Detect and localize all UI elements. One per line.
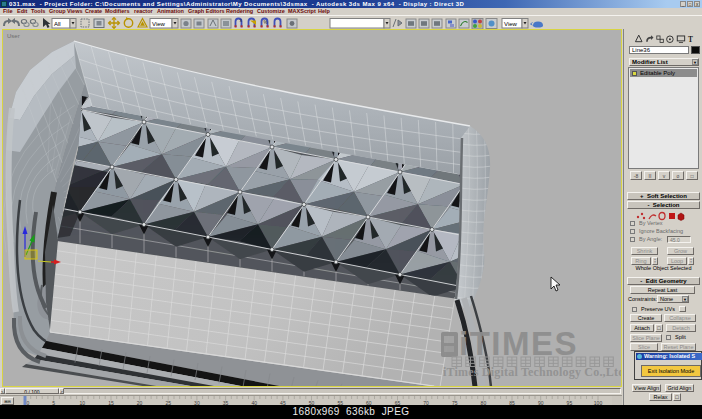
svg-text:%: % (263, 20, 267, 25)
svg-text:User: User (7, 33, 20, 39)
svg-text:iTimes Digital Technology Co.,: iTimes Digital Technology Co.,Ltd. (443, 365, 621, 379)
svg-text:iTIMES: iTIMES (459, 325, 578, 362)
svg-text:View: View (504, 21, 518, 27)
svg-text:View: View (152, 21, 166, 27)
svg-text:All: All (54, 21, 61, 27)
svg-text:T: T (688, 35, 693, 44)
